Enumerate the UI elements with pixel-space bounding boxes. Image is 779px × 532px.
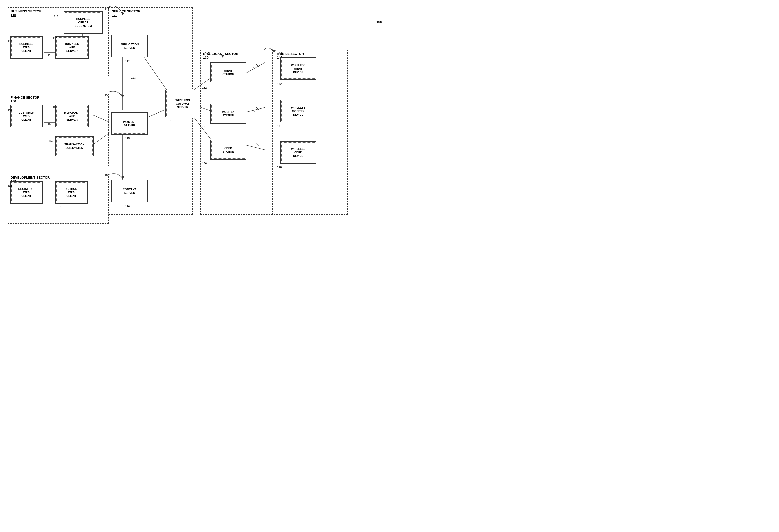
ref-139: 139 [205, 52, 209, 55]
merchant-web-server: MERCHANT WEB SERVER [55, 105, 89, 127]
ref-126: 126 [125, 205, 129, 208]
business-web-server: BUSINESS WEB SERVER [55, 36, 89, 59]
ref-114: 114 [7, 40, 12, 43]
ref-146: 146 [277, 166, 282, 169]
ref-164: 164 [60, 205, 64, 208]
wireless-mobitex-device: WIRELESS MOBITEX DEVICE [280, 100, 316, 122]
ref-169: 169 [105, 174, 109, 177]
business-sector-label: BUSINESS SECTOR 110 [10, 9, 42, 17]
payment-server: PAYMENT SERVER [111, 113, 147, 135]
business-web-client: BUSINESS WEB CLIENT [10, 36, 43, 59]
ref-112: 112 [54, 15, 58, 18]
finance-sector-label: FINANCE SECTOR 150 [10, 96, 39, 103]
ardis-station: ARDIS STATION [210, 62, 246, 82]
ref-116: 116 [53, 37, 57, 40]
ref-153: 153 [48, 122, 52, 125]
registrar-web-client: REGISTRAR WEB CLIENT [10, 181, 43, 204]
wireless-cdpd-device: WIRELESS CDPD DEVICE [280, 141, 316, 164]
ref-123: 123 [131, 76, 135, 79]
wireless-ardis-device: WIRELESS ARDIS DEVICE [280, 58, 316, 80]
ref-156: 156 [53, 106, 57, 109]
customer-web-client: CUSTOMER WEB CLIENT [10, 105, 43, 127]
ref-132: 132 [202, 86, 206, 89]
author-web-client: AUTHOR WEB CLIENT [55, 181, 87, 204]
ref-144: 144 [277, 124, 282, 127]
ref-154: 154 [7, 109, 12, 112]
ref-162: 162 [7, 185, 12, 188]
ref-142: 142 [277, 82, 282, 85]
ref-159: 159 [105, 94, 109, 97]
application-server: APPLICATION SERVER [111, 35, 147, 58]
ref-122: 122 [125, 60, 129, 63]
ref-134: 134 [202, 125, 206, 128]
ref-149: 149 [279, 52, 283, 55]
ref-124: 124 [170, 120, 175, 122]
business-office-subsystem: BUSINESS OFFICE SUBSYSTEM [64, 11, 103, 34]
main-ref-100: 100 [376, 20, 382, 24]
ref-115: 115 [48, 54, 52, 57]
wireless-gateway-server: WIRELESS GATEWAY SERVER [165, 90, 200, 118]
ref-125: 125 [125, 137, 129, 140]
ref-152: 152 [49, 139, 53, 142]
diagram: BUSINESS SECTOR 110 BUSINESS OFFICE SUBS… [0, 0, 390, 266]
service-sector-label: SERVICE SECTOR 120 [112, 9, 140, 17]
ref-119: 119 [105, 8, 109, 11]
content-server: CONTENT SERVER [111, 180, 147, 202]
ref-136: 136 [202, 162, 206, 165]
cdpd-station: CDPD STATION [210, 140, 246, 160]
mobitex-station: MOBITEX STATION [210, 104, 246, 124]
transaction-subsystem: TRANSACTION SUB-SYSTEM [55, 136, 94, 156]
